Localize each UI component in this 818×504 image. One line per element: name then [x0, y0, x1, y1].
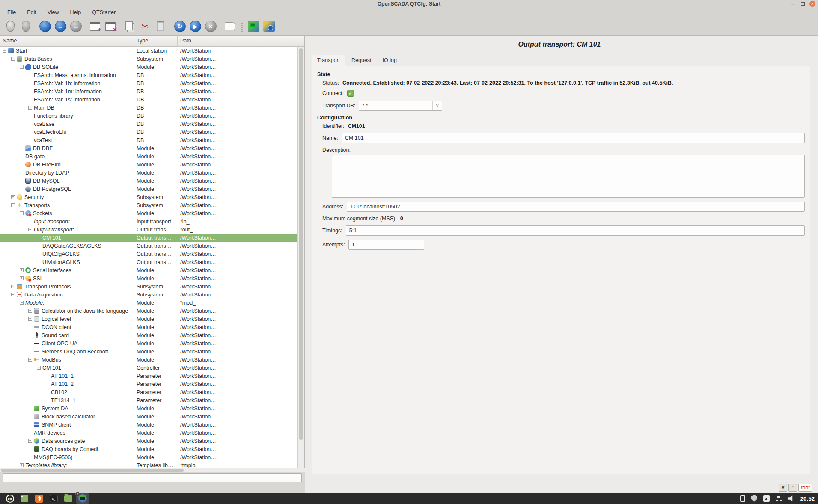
tree-row[interactable]: +Transport ProtocolsSubsystem/WorkStatio… [0, 282, 297, 291]
tree-row[interactable]: FSArch: Mess: alarms: informationDB/Work… [0, 71, 297, 79]
expander-icon[interactable]: + [28, 106, 32, 110]
delete-item-button[interactable]: × [103, 19, 118, 34]
stop-updating-button[interactable]: × [203, 19, 218, 34]
up-button[interactable]: ↑ [37, 19, 53, 34]
start-updating-button[interactable]: ▶ [187, 19, 203, 34]
expander-icon[interactable]: − [28, 228, 32, 231]
status-dropdown-button[interactable]: ▼ [779, 484, 787, 492]
forward-button[interactable]: → [68, 19, 83, 34]
connect-checkbox[interactable]: ✓ [347, 90, 354, 97]
cut-item-button[interactable]: ✂ [137, 19, 153, 34]
maximize-button[interactable] [800, 1, 806, 7]
close-button[interactable]: × [809, 1, 815, 7]
tree-row[interactable]: DB DBFModule/WorkStation… [0, 144, 297, 152]
current-user-badge[interactable]: root [798, 484, 812, 492]
paste-item-button[interactable] [153, 19, 168, 34]
tab-transport[interactable]: Transport [312, 55, 345, 66]
tree-row[interactable]: +Calculator on the Java-like languageMod… [0, 307, 297, 315]
tree-row[interactable]: AMR devicesModule/WorkStation… [0, 429, 297, 437]
expander-icon[interactable]: − [11, 293, 15, 296]
expander-icon[interactable]: + [28, 309, 32, 313]
clock[interactable]: 20:52 [800, 495, 815, 502]
expander-icon[interactable]: − [11, 57, 15, 61]
menu-item-view[interactable]: View [42, 8, 65, 17]
expander-icon[interactable]: + [20, 268, 24, 272]
tree-row[interactable]: −StartLocal station/WorkStation [0, 47, 297, 55]
tree-row[interactable]: −Module:Module*mod_ [0, 299, 297, 307]
tree-row[interactable]: CM 101Output trans…/WorkStation… [0, 234, 297, 242]
tree-row[interactable]: AT 101_1Parameter/WorkStation… [0, 372, 297, 380]
tree-row[interactable]: +SSLModule/WorkStation… [0, 274, 297, 282]
volume-icon[interactable] [788, 495, 794, 502]
expander-icon[interactable]: + [20, 463, 24, 467]
name-field[interactable] [342, 133, 805, 143]
refresh-button[interactable]: ↻ [172, 19, 187, 34]
tree-row[interactable]: CB102Parameter/WorkStation… [0, 388, 297, 396]
description-field[interactable] [332, 155, 805, 198]
expander-icon[interactable]: + [20, 276, 24, 280]
tree-row[interactable]: Siemens DAQ and BeckhoffModule/WorkStati… [0, 347, 297, 356]
menu-item-edit[interactable]: Edit [21, 8, 42, 17]
manual-button[interactable] [222, 19, 238, 34]
expander-icon[interactable]: + [11, 195, 15, 199]
tree-row[interactable]: −SocketsModule/WorkStation… [0, 209, 297, 217]
tree-row[interactable]: Functions libraryDB/WorkStation… [0, 112, 297, 120]
tree-row[interactable]: Input transport:Input transport*in_ [0, 217, 297, 225]
expander-icon[interactable]: + [11, 285, 15, 288]
desktop-window-icon-button[interactable] [18, 493, 31, 504]
address-field[interactable] [347, 202, 805, 212]
mint-menu-icon-button[interactable]: lm [3, 493, 16, 504]
tree-row[interactable]: FSArch: Val: 1h: informationDB/WorkStati… [0, 79, 297, 87]
tree-row[interactable]: FSArch: Val: 1m: informationDB/WorkStati… [0, 87, 297, 95]
tree-row[interactable]: Directory by LDAPModule/WorkStation… [0, 169, 297, 177]
scrollbar-thumb[interactable] [299, 48, 303, 440]
add-item-button[interactable]: + [87, 19, 103, 34]
expander-icon[interactable]: − [37, 366, 41, 370]
tree-row[interactable]: AT 101_2Parameter/WorkStation… [0, 380, 297, 388]
expander-icon[interactable]: − [28, 358, 32, 362]
tree-row[interactable]: DB PostgreSQLModule/WorkStation… [0, 185, 297, 193]
tree-row[interactable]: TE1314_1Parameter/WorkStation… [0, 396, 297, 404]
horizontal-scrollbar[interactable] [0, 468, 305, 472]
menu-item-help[interactable]: Help [65, 8, 87, 17]
window-titlebar[interactable]: OpenSCADA QTCfg: Start –× [0, 0, 818, 7]
vertical-scrollbar[interactable] [297, 47, 304, 468]
network-icon[interactable] [776, 496, 782, 501]
tab-request[interactable]: Request [346, 55, 377, 66]
tree-row[interactable]: +Logical levelModule/WorkStation… [0, 315, 297, 323]
menu-item-file[interactable]: File [2, 8, 21, 17]
tree-row[interactable]: DB gateModule/WorkStation… [0, 152, 297, 160]
expander-icon[interactable]: + [28, 317, 32, 321]
terminal-icon-button[interactable]: $_ [47, 493, 60, 504]
openscada-taskbar-icon-button[interactable]: 2 [76, 493, 89, 504]
tree-row[interactable]: vcaElectroElsDB/WorkStation… [0, 128, 297, 136]
tree-row[interactable]: −ModBusModule/WorkStation… [0, 356, 297, 364]
expander-icon[interactable]: + [28, 439, 32, 443]
column-header-name[interactable]: Name [0, 36, 134, 46]
tree-row[interactable]: MMS(IEC-9506)Module/WorkStation… [0, 453, 297, 461]
tree-row[interactable]: DAQGateAGLKSAGLKSOutput trans…/WorkStati… [0, 242, 297, 250]
expander-icon[interactable]: − [20, 301, 24, 305]
minimize-button[interactable]: – [790, 1, 796, 7]
tree-row[interactable]: DB FireBirdModule/WorkStation… [0, 160, 297, 169]
back-button[interactable]: ← [53, 19, 68, 34]
eject-icon[interactable]: ▲ [763, 495, 770, 502]
tree-row[interactable]: +Main DBDB/WorkStation… [0, 104, 297, 112]
column-header-path[interactable]: Path [178, 36, 221, 46]
qtstarter-conf-icon[interactable] [246, 19, 261, 34]
tree-row[interactable]: DB MySQLModule/WorkStation… [0, 177, 297, 185]
tree-row[interactable]: Block based calculatorModule/WorkStation… [0, 412, 297, 421]
tab-io-log[interactable]: IO log [378, 55, 402, 66]
tree-row[interactable]: +Data sources gateModule/WorkStation… [0, 437, 297, 445]
tree-row[interactable]: System DAModule/WorkStation… [0, 404, 297, 412]
transport-db-select[interactable]: *.* \/ [359, 101, 442, 111]
files-icon-button[interactable] [62, 493, 74, 504]
clipboard-icon[interactable] [740, 495, 745, 502]
tree-row[interactable]: Client OPC-UAModule/WorkStation… [0, 339, 297, 347]
expander-icon[interactable]: − [20, 211, 24, 215]
modified-indicator-button[interactable]: * [788, 484, 797, 492]
tree-row[interactable]: vcaBaseDB/WorkStation… [0, 120, 297, 128]
tree-row[interactable]: +Templates library:Templates lib…*tmplb [0, 461, 297, 468]
scrollbar-thumb[interactable] [1, 469, 184, 472]
save-to-db-button[interactable] [18, 19, 33, 34]
